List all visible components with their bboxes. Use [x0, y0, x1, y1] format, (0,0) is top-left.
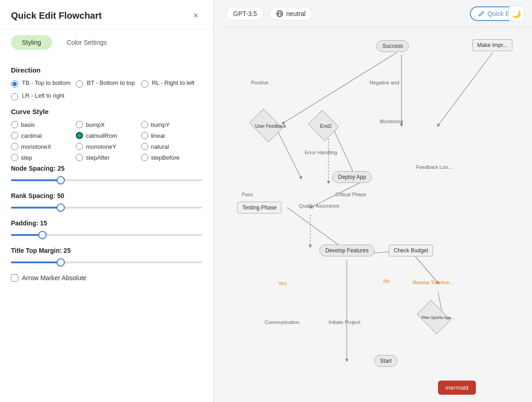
curve-radio-basis[interactable]: [11, 121, 18, 128]
curve-option-catmullrom[interactable]: catmullRom: [76, 132, 137, 139]
curve-label-monotoney: monotoneY: [86, 143, 116, 150]
moon-button[interactable]: 🌙: [508, 5, 525, 22]
curve-label-step: step: [21, 154, 32, 161]
tabs-row: Styling Color Settings: [0, 30, 213, 55]
close-button[interactable]: ×: [189, 9, 202, 22]
curve-option-cardinal[interactable]: cardinal: [11, 132, 72, 139]
curve-radio-linear[interactable]: [141, 132, 148, 139]
edge-label-monitoring: Monitoring: [380, 119, 403, 124]
node-deploy-app[interactable]: Deploy App: [332, 171, 372, 183]
padding-section: Padding: 15: [11, 219, 202, 240]
curve-radio-monotoney[interactable]: [76, 143, 83, 150]
direction-label-bt: BT - Bottom to top: [87, 79, 135, 87]
title-top-margin-slider[interactable]: [11, 261, 202, 263]
title-top-margin-section: Title Top Margin: 25: [11, 247, 202, 267]
direction-radio-bt[interactable]: [76, 80, 83, 88]
top-bar: GPT-3.5 neutral Quick Edit: [219, 0, 532, 27]
curve-label-stepbefore: stepBefore: [151, 154, 180, 161]
curve-radio-cardinal[interactable]: [11, 132, 18, 139]
edge-label-error-handling: Error Handling: [305, 150, 337, 155]
curve-option-stepbefore[interactable]: stepBefore: [141, 154, 202, 161]
direction-option-tb[interactable]: TB - Top to bottom: [11, 79, 72, 88]
curve-label-catmullrom: catmullRom: [86, 132, 117, 139]
direction-option-bt[interactable]: BT - Bottom to top: [76, 79, 137, 88]
curve-radio-bumpy[interactable]: [141, 121, 148, 128]
curve-option-step[interactable]: step: [11, 154, 72, 161]
edge-label-critical-phase: Critical Phase: [335, 192, 366, 197]
flow-canvas: Success Make Impr... Positive Negative a…: [219, 27, 532, 402]
node-success[interactable]: Success: [376, 40, 409, 52]
direction-option-rl[interactable]: RL - Right to left: [141, 79, 202, 88]
curve-option-natural[interactable]: natural: [141, 143, 202, 150]
direction-radio-group: TB - Top to bottom BT - Bottom to top RL…: [11, 79, 202, 100]
node-plan-sports-app[interactable]: Plan Sports App...: [417, 305, 459, 330]
node-user-feedback[interactable]: User Feedback: [250, 113, 291, 138]
curve-label-bumpy: bumpY: [151, 121, 170, 128]
node-start[interactable]: Start: [374, 355, 397, 367]
curve-radio-stepbefore[interactable]: [141, 154, 148, 161]
curve-radio-natural[interactable]: [141, 143, 148, 150]
direction-label-tb: TB - Top to bottom: [22, 79, 71, 87]
curve-radio-bumpx[interactable]: [76, 121, 83, 128]
direction-title: Direction: [11, 66, 202, 74]
curve-label-monotonex: monotoneX: [21, 143, 52, 150]
direction-label-rl: RL - Right to left: [152, 79, 194, 87]
node-check-budget-label: Check Budget: [389, 245, 433, 256]
curve-option-stepafter[interactable]: stepAfter: [76, 154, 137, 161]
rank-spacing-track: [11, 203, 202, 212]
edge-label-quality-assurance: Quality Assurance: [299, 203, 339, 209]
node-spacing-slider[interactable]: [11, 179, 202, 181]
node-testing-phase[interactable]: Testing Phase: [237, 202, 282, 214]
curve-option-linear[interactable]: linear: [141, 132, 202, 139]
padding-slider[interactable]: [11, 234, 202, 236]
direction-option-lr[interactable]: LR - Left to right: [11, 92, 72, 100]
edge-label-negative: Negative and: [370, 80, 399, 85]
edge-label-communication: Communication: [265, 319, 299, 325]
flow-area: Success Make Impr... Positive Negative a…: [219, 27, 532, 402]
edge-label-positive: Positive: [251, 80, 269, 85]
panel-content[interactable]: Direction TB - Top to bottom BT - Bottom…: [0, 55, 213, 402]
neutral-badge[interactable]: neutral: [269, 7, 313, 21]
direction-radio-lr[interactable]: [11, 93, 18, 100]
gpt-badge[interactable]: GPT-3.5: [226, 7, 264, 21]
curve-radio-monotonex[interactable]: [11, 143, 18, 150]
direction-radio-rl[interactable]: [141, 80, 148, 88]
rank-spacing-section: Rank Spacing: 50: [11, 192, 202, 212]
curve-label-basis: basis: [21, 121, 35, 128]
curve-radio-catmullrom[interactable]: [76, 132, 83, 139]
curve-radio-stepafter[interactable]: [76, 154, 83, 161]
curve-radio-step[interactable]: [11, 154, 18, 161]
curve-label-natural: natural: [151, 143, 169, 150]
title-top-margin-track: [11, 258, 202, 267]
node-make-impr[interactable]: Make Impr...: [472, 39, 512, 51]
panel-title: Quick Edit Flowchart: [11, 10, 102, 21]
curve-option-basis[interactable]: basis: [11, 121, 72, 128]
edge-label-yes: Yes: [278, 281, 287, 286]
node-testing-phase-label: Testing Phase: [237, 202, 282, 214]
node-end2[interactable]: End2: [309, 113, 342, 138]
curve-option-monotoney[interactable]: monotoneY: [76, 143, 137, 150]
arrow-marker-absolute-row: Arrow Marker Absolute: [11, 274, 202, 282]
neutral-label: neutral: [286, 10, 306, 17]
rank-spacing-slider[interactable]: [11, 207, 202, 209]
direction-radio-tb[interactable]: [11, 80, 18, 88]
title-top-margin-title: Title Top Margin: 25: [11, 247, 202, 254]
curve-option-bumpy[interactable]: bumpY: [141, 121, 202, 128]
curve-option-monotonex[interactable]: monotoneX: [11, 143, 72, 150]
padding-track: [11, 230, 202, 240]
arrow-marker-label[interactable]: Arrow Marker Absolute: [22, 274, 87, 282]
tab-color-settings[interactable]: Color Settings: [56, 35, 118, 50]
node-spacing-section: Node Spacing: 25: [11, 165, 202, 185]
curve-option-bumpx[interactable]: bumpX: [76, 121, 137, 128]
arrow-marker-checkbox[interactable]: [11, 274, 18, 282]
node-success-label: Success: [376, 40, 409, 52]
padding-title: Padding: 15: [11, 219, 202, 227]
curve-label-linear: linear: [151, 132, 166, 139]
tab-styling[interactable]: Styling: [11, 35, 52, 50]
node-check-budget[interactable]: Check Budget: [389, 245, 433, 256]
curve-label-stepafter: stepAfter: [86, 154, 110, 161]
curve-style-grid: basis bumpX bumpY cardinal catmullRom li…: [11, 121, 202, 161]
node-develop-features[interactable]: Develop Features: [319, 245, 375, 256]
svg-line-6: [278, 132, 301, 178]
svg-line-13: [283, 52, 397, 123]
